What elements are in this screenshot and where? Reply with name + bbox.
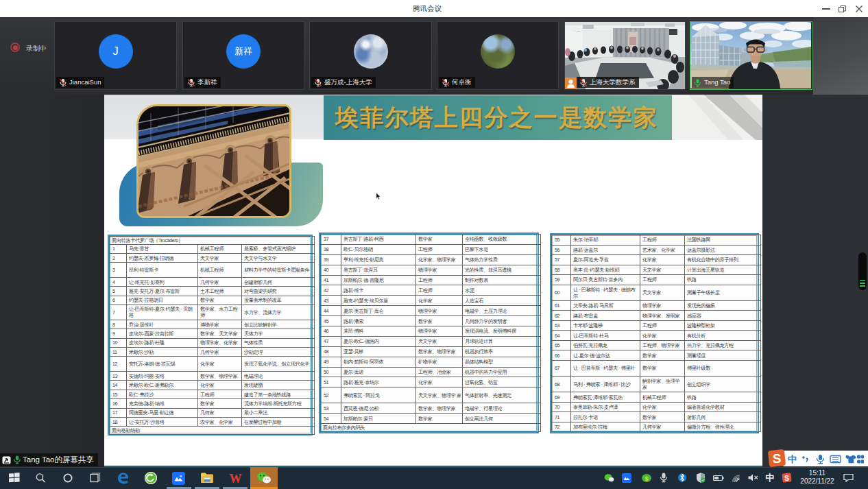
svg-text:中: 中 bbox=[765, 473, 775, 483]
svg-text:中: 中 bbox=[788, 454, 797, 464]
svg-text:W: W bbox=[230, 472, 242, 484]
svg-text:S: S bbox=[773, 451, 782, 466]
svg-text:$: $ bbox=[644, 475, 648, 482]
svg-text:S: S bbox=[784, 474, 789, 482]
